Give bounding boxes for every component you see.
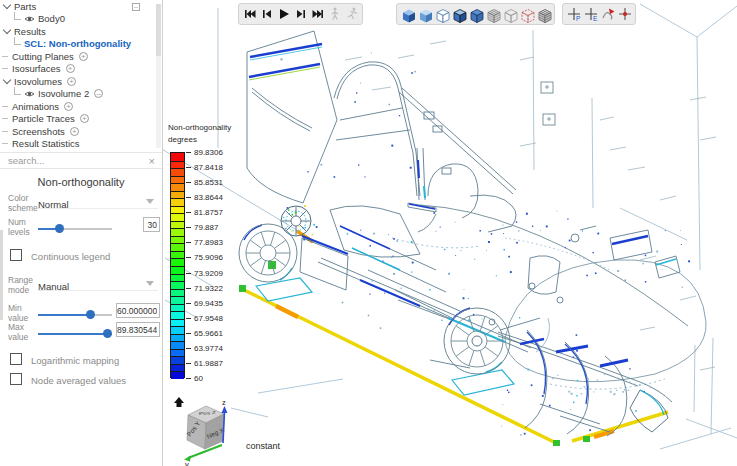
- red-wireframe-button[interactable]: [518, 5, 535, 23]
- svg-text:E: E: [593, 14, 598, 21]
- properties-scrollbar[interactable]: [0, 230, 3, 320]
- person-run-icon: [344, 6, 360, 23]
- tree-item-label: Isovolumes: [14, 76, 62, 87]
- num-levels-input[interactable]: [143, 217, 160, 232]
- legend-tick: [186, 318, 191, 319]
- legend-color-segment: [171, 364, 184, 372]
- clear-search-icon[interactable]: ×: [142, 155, 162, 167]
- tree-item-results[interactable]: Results: [0, 25, 162, 38]
- jump-to-end-button[interactable]: [309, 5, 326, 23]
- step-fwd-icon: [293, 6, 309, 23]
- legend-tick-label: 79.887: [194, 223, 218, 232]
- expander-chevron-icon[interactable]: [3, 76, 11, 84]
- tree-guide: [2, 143, 8, 144]
- play-button[interactable]: [275, 5, 292, 23]
- logarithmic-mapping-row: Logarithmic mapping: [0, 353, 162, 367]
- left-panel: PartsBody0ResultsSCL: Non-orthogonalityC…: [0, 0, 163, 466]
- continuous-legend-checkbox[interactable]: [10, 249, 22, 261]
- legend-title: Non-orthogonality: [168, 122, 238, 134]
- tree-guide: [2, 106, 8, 107]
- color-legend: Non-orthogonality degrees 89.8306 87.841…: [168, 122, 238, 146]
- eye-visibility-icon[interactable]: [24, 15, 35, 23]
- wheels-and-fan: [239, 206, 510, 374]
- max-value-input[interactable]: [116, 322, 160, 337]
- step-forward-button[interactable]: [292, 5, 309, 23]
- tree-item-isosurfaces[interactable]: Isosurfaces+: [0, 63, 162, 76]
- z-axis-label: z: [222, 399, 226, 407]
- tree-item-scl-non-orthogonality[interactable]: SCL: Non-orthogonality: [0, 38, 162, 51]
- add-icon[interactable]: +: [67, 77, 76, 86]
- run-person-button[interactable]: [343, 5, 360, 23]
- properties-panel: Non-orthogonality Color scheme Normal Nu…: [0, 170, 162, 466]
- min-value-label: Min value: [8, 304, 38, 323]
- mesh-border-button[interactable]: [535, 5, 552, 23]
- add-icon[interactable]: +: [80, 114, 89, 123]
- chevron-down-icon: [146, 281, 154, 286]
- shaded-button[interactable]: [399, 5, 416, 23]
- legend-tick-label: 75.9096: [194, 253, 223, 262]
- expander-chevron-icon[interactable]: [3, 26, 11, 34]
- tree-guide: [14, 37, 21, 45]
- num-levels-label: Num levels: [8, 218, 38, 237]
- legend-tick-label: 81.8757: [194, 208, 223, 217]
- tree-item-body0[interactable]: Body0: [0, 13, 162, 26]
- min-value-slider[interactable]: [38, 310, 112, 319]
- tree-item-cutting-planes[interactable]: Cutting Planes+: [0, 50, 162, 63]
- continuous-legend-row: Continuous legend: [0, 249, 162, 263]
- add-icon[interactable]: +: [70, 127, 79, 136]
- continuous-legend-label: Continuous legend: [31, 251, 110, 262]
- hidden-line-button[interactable]: [433, 5, 450, 23]
- jump-to-beginning-button[interactable]: [241, 5, 258, 23]
- min-value-input[interactable]: [116, 303, 160, 318]
- max-value-slider[interactable]: [38, 329, 112, 338]
- legend-color-segment: [171, 183, 184, 191]
- feature-outline-button[interactable]: [501, 5, 518, 23]
- node-averaged-checkbox[interactable]: [10, 373, 22, 385]
- point-probe-button[interactable]: P: [565, 5, 582, 23]
- remove-icon[interactable]: –: [94, 89, 103, 98]
- tree-item-animations[interactable]: Animations+: [0, 100, 162, 113]
- element-probe-button[interactable]: E: [582, 5, 599, 23]
- wireframe-mesh-button[interactable]: [484, 5, 501, 23]
- shaded-edges-button[interactable]: [450, 5, 467, 23]
- tree-scrollbar[interactable]: [156, 4, 161, 148]
- search-input[interactable]: [0, 155, 142, 166]
- num-levels-slider[interactable]: [38, 224, 112, 233]
- orientation-cube-widget[interactable]: Pos Z Pos Y Neg X z y: [182, 399, 240, 466]
- tree-item-isovolume-2[interactable]: Isovolume 2–: [0, 88, 162, 101]
- play-icon: [276, 6, 292, 23]
- color-scheme-label: Color scheme: [8, 194, 38, 213]
- eye-visibility-icon[interactable]: [24, 90, 35, 98]
- tree-item-screenshots[interactable]: Screenshots+: [0, 125, 162, 138]
- step-back-button[interactable]: [258, 5, 275, 23]
- properties-title: Non-orthogonality: [0, 176, 162, 188]
- expander-chevron-icon[interactable]: [3, 1, 11, 9]
- tree-item-result-statistics[interactable]: Result Statistics: [0, 138, 162, 151]
- step-back-icon: [259, 6, 275, 23]
- z-axis-arrowhead: [222, 406, 228, 413]
- smooth-shaded-button[interactable]: [416, 5, 433, 23]
- walk-person-button[interactable]: [326, 5, 343, 23]
- add-icon[interactable]: +: [64, 102, 73, 111]
- tree-item-label: Animations: [12, 101, 59, 112]
- add-icon[interactable]: +: [79, 52, 88, 61]
- tree-item-isovolumes[interactable]: Isovolumes+: [0, 75, 162, 88]
- cube-meshborder-icon: [536, 6, 552, 23]
- tree-item-particle-traces[interactable]: Particle Traces+: [0, 113, 162, 126]
- logarithmic-mapping-checkbox[interactable]: [10, 353, 22, 365]
- legend-tick: [186, 273, 191, 274]
- legend-tick: [186, 212, 191, 213]
- pick-tool-button[interactable]: [599, 5, 616, 23]
- add-icon[interactable]: +: [66, 64, 75, 73]
- color-scheme-select[interactable]: Normal: [38, 194, 158, 209]
- scene-tree: PartsBody0ResultsSCL: Non-orthogonalityC…: [0, 0, 162, 152]
- legend-color-segment: [171, 371, 184, 379]
- collapse-all-icon[interactable]: –: [132, 3, 140, 11]
- flat-shaded-button[interactable]: [467, 5, 484, 23]
- range-mode-select[interactable]: Manual: [38, 276, 158, 291]
- legend-tick: [186, 333, 191, 334]
- tree-item-label: Body0: [38, 13, 65, 24]
- transform-center-button[interactable]: [616, 5, 633, 23]
- cube-smooth-icon: [417, 6, 433, 23]
- tree-item-label: SCL: Non-orthogonality: [24, 38, 131, 49]
